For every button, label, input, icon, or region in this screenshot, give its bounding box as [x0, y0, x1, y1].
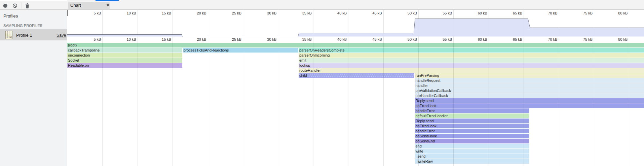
svg-text:%: % [9, 36, 12, 39]
